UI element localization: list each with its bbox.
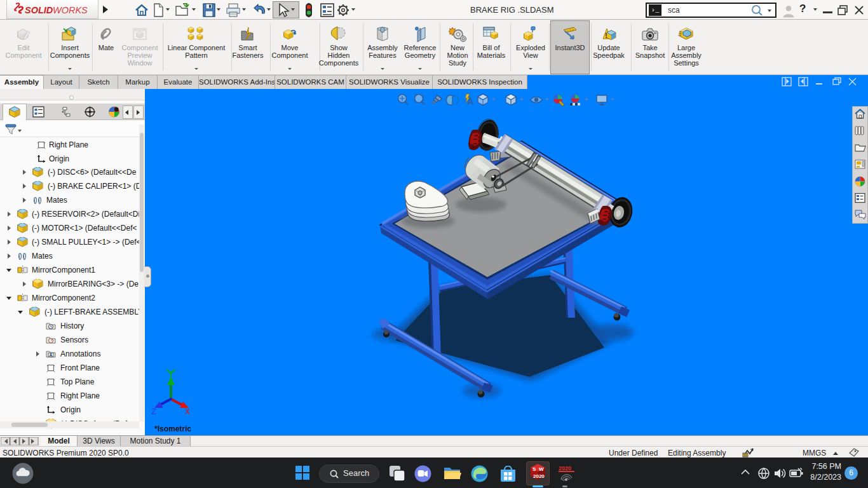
svg-text:S: S — [532, 466, 536, 472]
svg-text:2020: 2020 — [533, 473, 545, 479]
svg-text:*Isometric: *Isometric — [154, 424, 191, 433]
svg-text:X: X — [185, 407, 190, 417]
svg-text:SOLID: SOLID — [25, 5, 53, 15]
svg-text:Z: Z — [151, 407, 156, 417]
svg-text:WORKS: WORKS — [53, 5, 88, 15]
svg-text:W: W — [539, 466, 544, 472]
svg-text:2020: 2020 — [559, 465, 571, 471]
